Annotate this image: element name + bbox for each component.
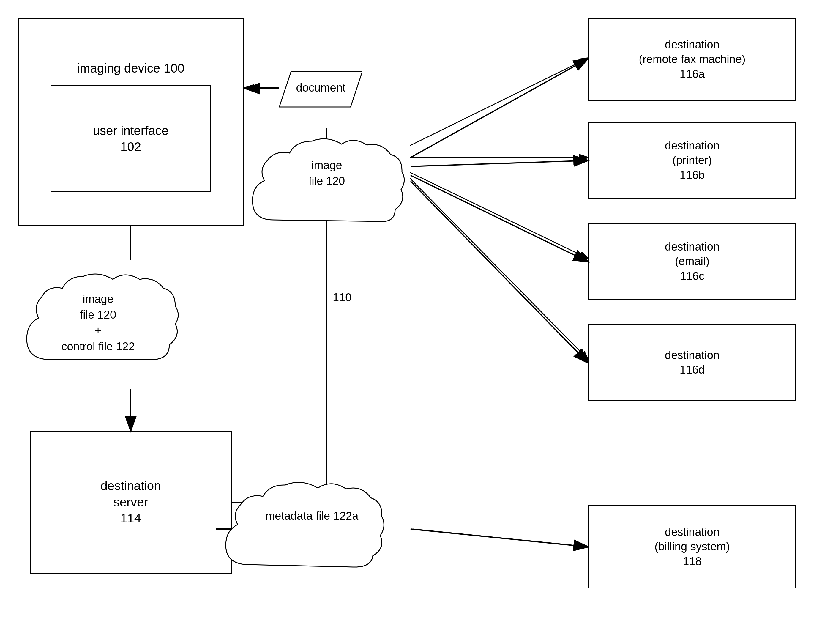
svg-line-23 (410, 59, 588, 158)
svg-line-8 (410, 58, 588, 146)
dest-116a-box: destination(remote fax machine)116a (588, 18, 796, 101)
svg-text:document: document (296, 81, 346, 94)
destination-server-box: destinationserver114 (30, 431, 232, 573)
dest-116c-label: destination(email)116c (665, 240, 719, 283)
dest-116a-label: destination(remote fax machine)116a (639, 37, 745, 81)
svg-line-13 (413, 529, 588, 547)
image-file-cloud-center-label: imagefile 120 (244, 158, 410, 189)
label-110: 110 (333, 291, 351, 304)
metadata-cloud: metadata file 122a (214, 470, 410, 588)
image-file-cloud-center: imagefile 120 (244, 128, 410, 247)
svg-line-28 (410, 529, 588, 547)
imaging-device-box: imaging device 100 user interface102 (18, 18, 244, 226)
dest-billing-label: destination(billing system)118 (654, 525, 730, 569)
image-file-cloud-left-label: imagefile 120+control file 122 (15, 291, 181, 354)
user-interface-box: user interface102 (50, 85, 211, 192)
dest-116b-label: destination(printer)116b (665, 138, 719, 182)
dest-116d-label: destination116d (665, 348, 719, 377)
metadata-cloud-label: metadata file 122a (214, 508, 410, 524)
diagram-container: imaging device 100 user interface102 doc… (0, 0, 833, 644)
svg-line-11 (410, 178, 588, 360)
image-file-cloud-left: imagefile 120+control file 122 (15, 259, 181, 389)
dest-116d-box: destination116d (588, 324, 796, 401)
dest-billing-box: destination(billing system)118 (588, 505, 796, 588)
dest-116b-box: destination(printer)116b (588, 122, 796, 199)
svg-line-24 (410, 161, 588, 166)
document-shape: document (279, 68, 362, 111)
imaging-device-label: imaging device 100 (77, 60, 185, 77)
svg-line-26 (410, 181, 588, 362)
svg-line-25 (410, 175, 588, 261)
destination-server-label: destinationserver114 (100, 478, 161, 526)
svg-line-10 (410, 172, 588, 259)
user-interface-label: user interface102 (93, 123, 169, 155)
dest-116c-box: destination(email)116c (588, 223, 796, 300)
document-svg: document (279, 68, 362, 110)
